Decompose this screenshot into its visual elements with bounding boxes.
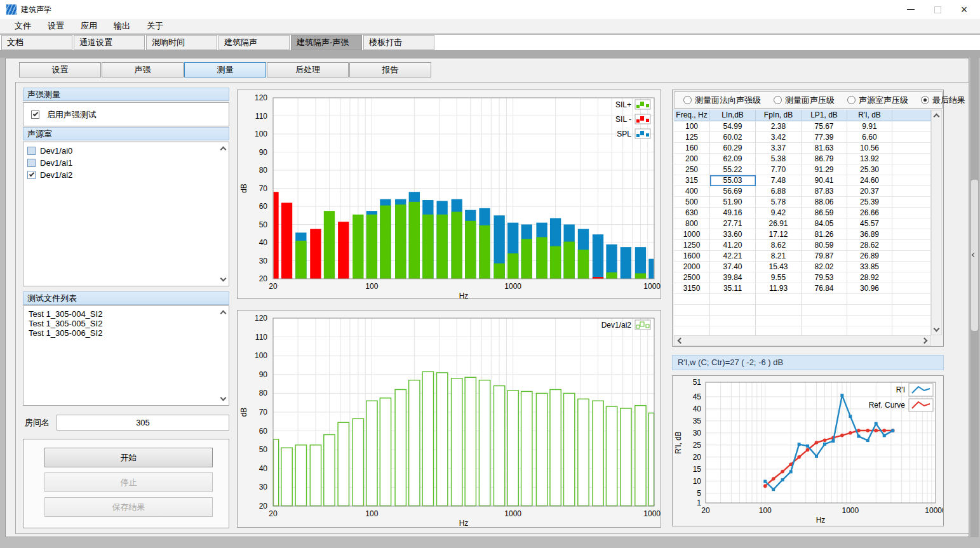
table-cell[interactable]: 62.09 <box>710 154 756 164</box>
table-cell[interactable] <box>756 326 802 335</box>
table-cell[interactable] <box>892 197 931 208</box>
radio-option-1[interactable]: 测量面声压级 <box>767 95 841 106</box>
table-cell[interactable] <box>892 218 931 229</box>
table-cell[interactable]: 39.84 <box>710 272 756 283</box>
table-cell[interactable] <box>892 305 931 316</box>
table-cell[interactable]: 20.37 <box>847 186 892 197</box>
table-cell[interactable] <box>847 326 892 335</box>
table-cell[interactable]: 2000 <box>674 262 710 272</box>
table-cell[interactable]: 49.16 <box>710 208 756 218</box>
table-cell[interactable]: 60.02 <box>710 132 756 143</box>
table-cell[interactable] <box>674 326 710 335</box>
table-cell[interactable]: 51.90 <box>710 197 756 208</box>
table-cell[interactable]: 630 <box>674 208 710 218</box>
file-item-1[interactable]: Test 1_305-005_SI2 <box>23 319 229 328</box>
table-cell[interactable] <box>847 316 892 326</box>
main-tab-3[interactable]: 建筑隔声 <box>218 35 290 50</box>
main-tab-4[interactable]: 建筑隔声-声强 <box>291 35 362 50</box>
table-cell[interactable] <box>892 121 931 132</box>
table-header-cell-0[interactable]: Freq., Hz <box>674 110 710 121</box>
table-cell[interactable]: 30.96 <box>847 283 892 294</box>
table-cell[interactable] <box>892 143 931 154</box>
table-cell[interactable]: 400 <box>674 186 710 197</box>
table-cell[interactable] <box>802 326 847 335</box>
table-cell[interactable]: 81.26 <box>802 229 847 240</box>
table-vertical-scrollbar[interactable] <box>931 110 942 335</box>
table-cell[interactable]: 11.93 <box>756 283 802 294</box>
table-cell[interactable] <box>710 305 756 316</box>
table-cell[interactable]: 5.78 <box>756 197 802 208</box>
table-cell[interactable]: 42.21 <box>710 251 756 262</box>
enable-intensity-checkbox[interactable] <box>31 110 39 119</box>
scroll-left-icon[interactable] <box>675 335 685 345</box>
table-cell[interactable]: 3.42 <box>756 132 802 143</box>
table-cell[interactable]: 25.39 <box>847 197 892 208</box>
table-cell[interactable]: 91.29 <box>802 164 847 175</box>
maximize-button[interactable] <box>925 0 950 19</box>
file-item-2[interactable]: Test 1_305-006_SI2 <box>23 328 229 338</box>
table-cell[interactable]: 55.22 <box>710 164 756 175</box>
radio-option-2[interactable]: 声源室声压级 <box>841 95 915 106</box>
table-cell[interactable] <box>892 186 931 197</box>
table-cell[interactable]: 26.89 <box>847 251 892 262</box>
table-cell[interactable] <box>892 316 931 326</box>
table-cell[interactable]: 13.92 <box>847 154 892 164</box>
channel-checkbox-icon[interactable] <box>27 159 36 167</box>
table-cell[interactable]: 33.85 <box>847 262 892 272</box>
file-item-0[interactable]: Test 1_305-004_SI2 <box>23 309 229 319</box>
table-cell[interactable] <box>892 164 931 175</box>
table-cell[interactable] <box>847 305 892 316</box>
table-cell[interactable] <box>892 154 931 164</box>
table-cell[interactable]: 84.05 <box>802 218 847 229</box>
table-header-cell-4[interactable]: R'I, dB <box>847 110 892 121</box>
table-cell[interactable]: 86.79 <box>802 154 847 164</box>
channel-item-2[interactable]: Dev1/ai2 <box>23 169 229 181</box>
table-cell[interactable]: 9.55 <box>756 272 802 283</box>
table-cell[interactable] <box>847 294 892 305</box>
table-cell[interactable]: 1250 <box>674 240 710 251</box>
start-button[interactable]: 开始 <box>44 448 213 467</box>
table-cell[interactable]: 250 <box>674 164 710 175</box>
scroll-up-icon[interactable] <box>218 144 228 154</box>
table-cell[interactable]: 1000 <box>674 229 710 240</box>
menu-item-3[interactable]: 输出 <box>105 20 138 32</box>
table-cell[interactable] <box>892 240 931 251</box>
table-cell[interactable]: 200 <box>674 154 710 164</box>
main-tab-5[interactable]: 楼板打击 <box>363 35 434 50</box>
main-tab-0[interactable]: 文档 <box>1 35 72 50</box>
table-cell[interactable]: 81.63 <box>802 143 847 154</box>
table-cell[interactable] <box>674 305 710 316</box>
table-cell[interactable]: 90.41 <box>802 175 847 186</box>
scroll-up-icon[interactable] <box>931 110 941 121</box>
table-cell[interactable]: 36.89 <box>847 229 892 240</box>
table-cell[interactable]: 800 <box>674 218 710 229</box>
scroll-down-icon[interactable] <box>931 324 941 335</box>
table-cell[interactable]: 100 <box>674 121 710 132</box>
table-cell[interactable]: 86.59 <box>802 208 847 218</box>
table-cell[interactable] <box>892 272 931 283</box>
table-cell[interactable]: 76.84 <box>802 283 847 294</box>
table-cell[interactable]: 5.38 <box>756 154 802 164</box>
table-cell[interactable]: 45.57 <box>847 218 892 229</box>
table-cell[interactable]: 79.53 <box>802 272 847 283</box>
table-cell[interactable] <box>892 208 931 218</box>
table-cell[interactable]: 88.06 <box>802 197 847 208</box>
menu-item-2[interactable]: 应用 <box>72 20 105 32</box>
table-cell[interactable]: 41.20 <box>710 240 756 251</box>
table-cell[interactable]: 1600 <box>674 251 710 262</box>
table-cell[interactable] <box>710 294 756 305</box>
table-cell[interactable]: 79.87 <box>802 251 847 262</box>
table-cell[interactable]: 7.70 <box>756 164 802 175</box>
main-tab-2[interactable]: 混响时间 <box>146 35 217 50</box>
table-cell[interactable]: 28.92 <box>847 272 892 283</box>
scroll-right-icon[interactable] <box>920 335 930 345</box>
table-cell[interactable] <box>892 251 931 262</box>
table-cell[interactable]: 10.56 <box>847 143 892 154</box>
table-header-cell-2[interactable]: FpIn, dB <box>756 110 802 121</box>
scroll-down-icon[interactable] <box>218 274 228 284</box>
table-cell[interactable]: 28.62 <box>847 240 892 251</box>
table-cell[interactable] <box>892 326 931 335</box>
main-tab-1[interactable]: 通道设置 <box>74 35 145 50</box>
table-cell[interactable]: 54.99 <box>710 121 756 132</box>
table-cell[interactable]: 60.29 <box>710 143 756 154</box>
